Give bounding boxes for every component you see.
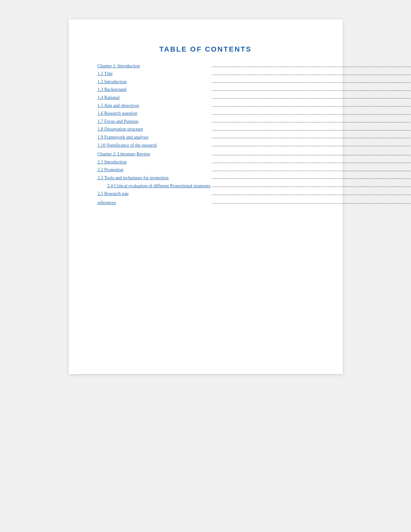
toc-link-s21[interactable]: 2.1 Introduction bbox=[98, 160, 127, 164]
toc-dots-s12: ........................................… bbox=[212, 78, 411, 85]
toc-dots-references: ........................................… bbox=[212, 199, 411, 206]
toc-link-s16[interactable]: 1.6 Research question bbox=[98, 111, 137, 116]
toc-link-s14[interactable]: 1.4 Rational bbox=[98, 95, 120, 100]
toc-dots-s25: ........................................… bbox=[212, 191, 411, 197]
toc-link-s23[interactable]: 2.3 Tools and techniques for promotion bbox=[98, 175, 169, 180]
toc-dots-s110: ........................................… bbox=[212, 142, 411, 148]
toc-dots-s14: ........................................… bbox=[212, 94, 411, 101]
toc-link-s110[interactable]: 1.10 Significance of the research bbox=[98, 143, 157, 148]
toc-link-s22[interactable]: 2.2 Promotion bbox=[98, 167, 123, 172]
toc-dots-s15: ........................................… bbox=[212, 102, 411, 109]
toc-dots-chapter2: ........................................… bbox=[212, 151, 411, 157]
toc-link-s24[interactable]: 2.4 Critical evaluation of different Pro… bbox=[107, 183, 211, 188]
toc-dots-s21: ........................................… bbox=[212, 159, 411, 165]
page: TABLE OF CONTENTS Chapter 1: Introductio… bbox=[69, 19, 343, 374]
toc-link-s18[interactable]: 1.8 Dissertation structure bbox=[98, 127, 143, 132]
toc-link-s11[interactable]: 1.1 Title bbox=[98, 71, 113, 76]
page-title: TABLE OF CONTENTS bbox=[98, 45, 314, 54]
toc-dots-s22: ........................................… bbox=[212, 167, 411, 173]
toc-link-s12[interactable]: 1.2 Introduction bbox=[98, 79, 127, 84]
toc-table: Chapter 1: Introduction.................… bbox=[98, 61, 411, 206]
toc-link-references[interactable]: references bbox=[98, 200, 116, 205]
toc-dots-s11: ........................................… bbox=[212, 71, 411, 77]
toc-link-s15[interactable]: 1.5 Aim and objectives bbox=[98, 103, 139, 108]
toc-dots-s19: ........................................… bbox=[212, 134, 411, 140]
toc-link-s19[interactable]: 1.9 Framework and analysis bbox=[98, 135, 149, 140]
toc-link-s17[interactable]: 1.7 Focus and Purpose bbox=[98, 119, 139, 124]
toc-dots-s23: ........................................… bbox=[212, 174, 411, 181]
toc-dots-s24: ........................................… bbox=[212, 182, 411, 189]
toc-link-s25[interactable]: 2.5 Research gap bbox=[98, 191, 129, 196]
toc-dots-s16: ........................................… bbox=[212, 110, 411, 117]
toc-dots-s13: ........................................… bbox=[212, 86, 411, 93]
toc-link-s13[interactable]: 1.3 Background bbox=[98, 87, 126, 92]
toc-link-chapter1[interactable]: Chapter 1: Introduction bbox=[98, 64, 140, 68]
toc-dots-chapter1: ........................................… bbox=[212, 63, 411, 69]
toc-link-chapter2[interactable]: Chapter 2: Literature Review bbox=[98, 152, 151, 156]
toc-dots-s18: ........................................… bbox=[212, 126, 411, 133]
toc-dots-s17: ........................................… bbox=[212, 118, 411, 124]
